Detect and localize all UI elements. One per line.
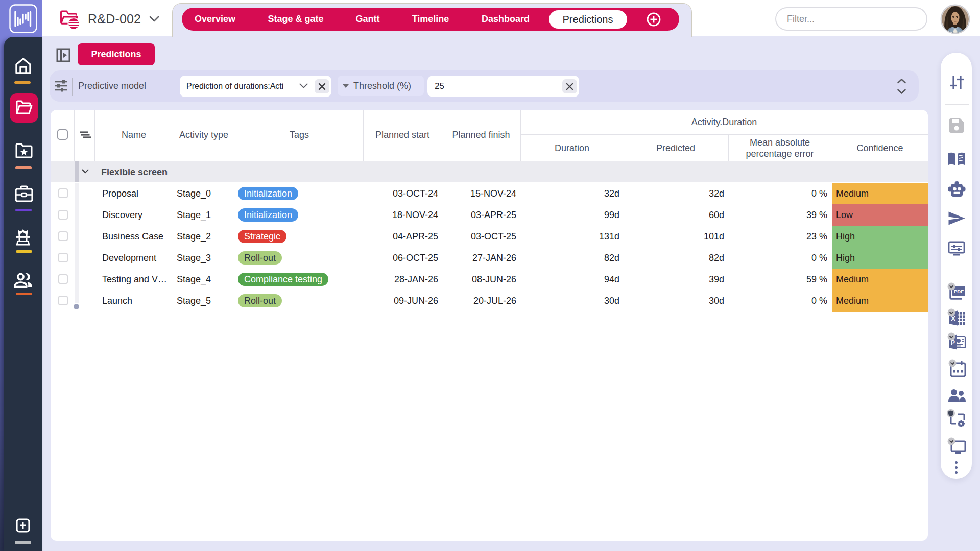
svg-text:PDF: PDF bbox=[954, 289, 964, 294]
